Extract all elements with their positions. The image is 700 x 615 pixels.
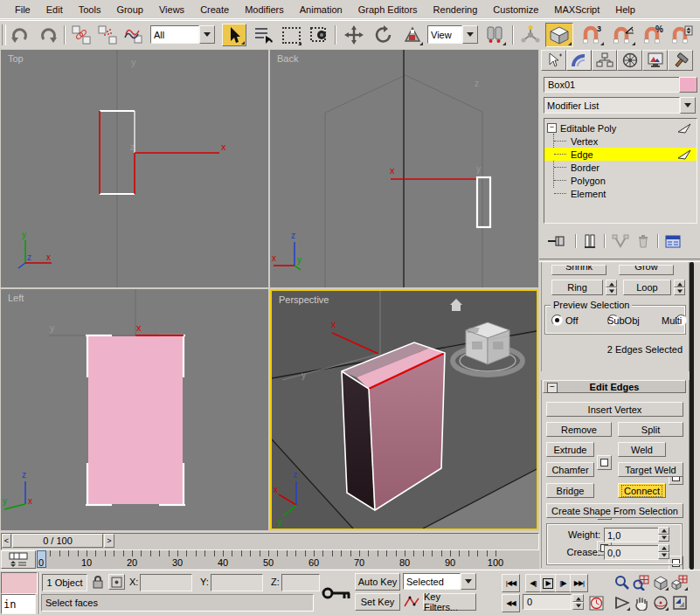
select-and-rotate-button[interactable] [371, 24, 396, 46]
selection-region-button[interactable] [280, 24, 302, 46]
menu-views[interactable]: Views [151, 3, 192, 17]
crease-field[interactable]: 0,0 [604, 545, 659, 560]
weight-spinner[interactable] [658, 527, 669, 542]
tab-hierarchy[interactable] [592, 50, 617, 71]
key-filters-button[interactable]: Key Filters... [423, 593, 476, 611]
viewport-top-canvas[interactable]: y z x y z x Top [1, 50, 268, 287]
loop-spinner[interactable] [674, 280, 685, 295]
select-and-scale-button[interactable] [401, 24, 424, 46]
frame-spinner[interactable] [572, 594, 584, 610]
chamfer-button[interactable]: Chamfer [546, 462, 594, 477]
key-mode-toggle-button[interactable]: ◀◀ [502, 594, 520, 612]
viewport-perspective[interactable]: y x [270, 289, 538, 530]
angle-snap-toggle-button[interactable] [610, 24, 636, 46]
y-coordinate-field[interactable] [211, 574, 263, 591]
redo-button[interactable] [37, 24, 59, 46]
menu-customize[interactable]: Customize [485, 3, 546, 17]
ring-button[interactable]: Ring [551, 280, 603, 295]
modifier-list-dropdown-button[interactable] [680, 97, 696, 114]
selection-lock-icon[interactable] [92, 574, 104, 590]
toolbar-handle[interactable] [2, 24, 6, 45]
stack-item-edge-selected[interactable]: Edge [544, 148, 697, 161]
remove-button[interactable]: Remove [546, 422, 612, 437]
split-button[interactable]: Split [618, 422, 683, 437]
tab-display[interactable] [642, 50, 668, 71]
play-button[interactable]: ▶ [540, 574, 556, 592]
unlink-selection-button[interactable] [96, 24, 119, 46]
object-color-swatch[interactable] [679, 77, 697, 93]
menu-maxscript[interactable]: MAXScript [546, 3, 607, 17]
extrude-settings-button[interactable] [597, 455, 612, 470]
selection-filter-combo[interactable]: All [150, 25, 215, 44]
time-slider-prev-button[interactable]: < [2, 534, 11, 548]
extrude-button[interactable]: Extrude [546, 442, 594, 457]
weld-button[interactable]: Weld [618, 442, 666, 457]
box-left-face[interactable] [88, 336, 183, 504]
pan-button[interactable] [632, 593, 650, 612]
arc-rotate-button[interactable] [651, 593, 669, 612]
remove-modifier-icon[interactable] [636, 234, 650, 249]
window-crossing-button[interactable] [308, 24, 330, 46]
reference-coordinate-dropdown-button[interactable] [462, 25, 478, 44]
weight-field[interactable]: 1,0 [604, 528, 659, 542]
make-unique-icon[interactable] [612, 234, 629, 248]
undo-button[interactable] [9, 24, 31, 46]
go-to-end-button[interactable]: ▶▶| [570, 574, 588, 592]
viewport-label-perspective[interactable]: Perspective [279, 294, 329, 305]
zoom-extents-all-button[interactable] [670, 573, 689, 591]
set-key-button[interactable]: Set Key [355, 593, 400, 611]
insert-vertex-button[interactable]: Insert Vertex [546, 402, 683, 417]
next-frame-button[interactable]: ||▶ [555, 574, 571, 592]
reference-coordinate-combo[interactable]: View [427, 25, 478, 44]
tab-modify[interactable] [566, 50, 592, 71]
menu-file[interactable]: File [7, 3, 38, 17]
shrink-button[interactable]: Shrink [551, 265, 606, 275]
default-in-out-tangent-button[interactable] [403, 593, 420, 611]
tab-utilities[interactable] [668, 50, 693, 71]
current-frame-field[interactable]: 0 [523, 594, 572, 610]
select-and-move-button[interactable] [342, 24, 366, 46]
tab-create[interactable] [541, 50, 566, 71]
viewport-back-canvas[interactable]: z y x z x y Back [270, 50, 538, 287]
field-of-view-button[interactable] [613, 593, 631, 612]
menu-tools[interactable]: Tools [71, 3, 109, 17]
object-name-field[interactable]: Box01 [544, 77, 680, 93]
stack-item-vertex[interactable]: Vertex [544, 135, 697, 148]
time-slider-handle[interactable]: 0 / 100 [12, 534, 103, 548]
panel-scrollbar[interactable] [690, 262, 694, 570]
tab-motion[interactable] [617, 50, 642, 71]
x-coordinate-field[interactable] [140, 574, 192, 591]
edit-edges-rollout-header[interactable]: − Edit Edges [543, 380, 686, 393]
menu-edit[interactable]: Edit [38, 3, 71, 17]
stack-item-border[interactable]: Border [544, 161, 697, 174]
viewport-back[interactable]: z y x z x y Back [270, 50, 538, 287]
bind-to-space-warp-button[interactable] [122, 24, 145, 46]
percent-snap-toggle-button[interactable]: % [641, 24, 666, 46]
listener-macro-row[interactable] [1, 572, 38, 594]
menu-help[interactable]: Help [607, 3, 643, 17]
menu-graph-editors[interactable]: Graph Editors [350, 3, 426, 17]
menu-modifiers[interactable]: Modifiers [237, 3, 292, 17]
ring-spinner[interactable] [606, 280, 617, 295]
spinner-snap-toggle-button[interactable] [669, 24, 694, 46]
stack-item-editable-poly[interactable]: − Editable Poly [544, 121, 697, 135]
menu-create[interactable]: Create [192, 3, 237, 17]
select-object-button[interactable] [222, 24, 246, 46]
menu-group[interactable]: Group [108, 3, 151, 17]
use-center-button[interactable] [482, 24, 507, 46]
viewport-label-top[interactable]: Top [8, 53, 24, 64]
crease-spinner[interactable] [658, 544, 669, 559]
viewport-left-canvas[interactable]: y x z y x Left [1, 289, 268, 530]
listener-script-row[interactable]: in [1, 594, 36, 614]
key-mode-combo[interactable]: Selected [403, 573, 476, 590]
selection-filter-dropdown-button[interactable] [199, 25, 215, 44]
bridge-button[interactable]: Bridge [546, 483, 594, 498]
time-configuration-button[interactable] [587, 594, 605, 612]
selected-edge-region[interactable] [477, 177, 490, 227]
time-slider-next-button[interactable]: > [104, 534, 114, 548]
menu-rendering[interactable]: Rendering [426, 3, 486, 17]
stack-item-polygon[interactable]: Polygon [544, 174, 697, 187]
zoom-all-button[interactable] [632, 573, 650, 591]
auto-key-button[interactable]: Auto Key [355, 573, 400, 591]
loop-button[interactable]: Loop [623, 280, 671, 295]
